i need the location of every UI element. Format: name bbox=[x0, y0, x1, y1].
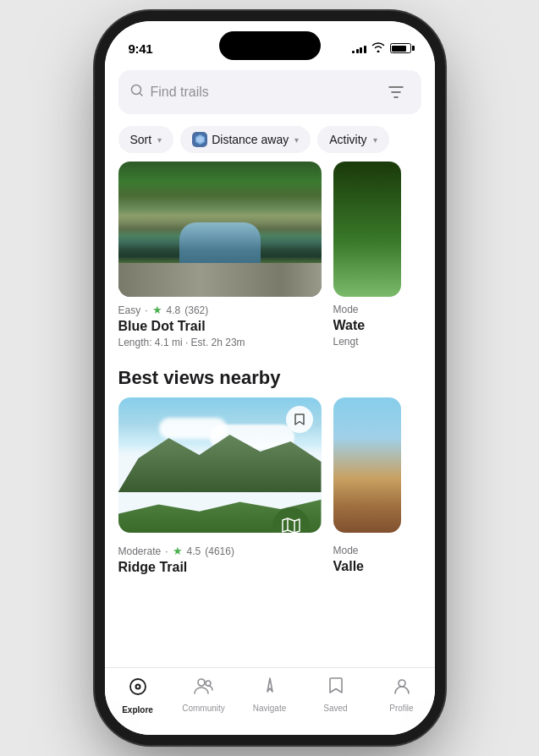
explore-icon bbox=[128, 677, 148, 702]
trail-card-ridge[interactable]: Moderate · ★ 4.5 (4616) Ridge Trail bbox=[118, 397, 322, 581]
rating: 4.8 bbox=[167, 304, 181, 316]
tab-navigate-label: Navigate bbox=[253, 704, 286, 713]
sort-label: Sort bbox=[130, 133, 152, 146]
trail-image-partial-1 bbox=[333, 162, 401, 297]
separator: · bbox=[185, 337, 191, 348]
partial-2-difficulty: Mode bbox=[333, 545, 359, 556]
trail-info-ridge: Moderate · ★ 4.5 (4616) Ridge Trail bbox=[118, 533, 322, 581]
dynamic-island bbox=[219, 31, 321, 60]
sort-arrow-icon: ▾ bbox=[157, 135, 162, 145]
navigate-icon bbox=[261, 677, 279, 700]
trail-details-blue-dot: Length: 4.1 mi · Est. 2h 23m bbox=[118, 337, 322, 348]
activity-arrow-icon: ▾ bbox=[373, 135, 377, 145]
activity-chip[interactable]: Activity ▾ bbox=[317, 126, 388, 153]
signal-bars bbox=[352, 43, 366, 53]
wifi-icon bbox=[371, 42, 385, 55]
star-icon: ★ bbox=[152, 304, 162, 316]
stream-rocks bbox=[118, 263, 322, 297]
tab-community-label: Community bbox=[182, 704, 225, 713]
search-bar[interactable]: Find trails bbox=[118, 70, 421, 114]
trail-image-partial-2 bbox=[333, 397, 401, 533]
star-icon-ridge: ★ bbox=[173, 545, 183, 557]
tab-navigate[interactable]: Navigate bbox=[237, 677, 303, 713]
stream-scene bbox=[118, 162, 322, 297]
distance-arrow-icon: ▾ bbox=[294, 135, 299, 145]
tab-explore-label: Explore bbox=[122, 705, 153, 715]
dot-sep: · bbox=[165, 545, 168, 557]
svg-point-4 bbox=[198, 679, 205, 686]
status-bar: 9:41 bbox=[105, 21, 435, 63]
partial-name-1: Wate bbox=[333, 318, 401, 333]
difficulty-label: Easy bbox=[118, 304, 141, 316]
trail-cards-row-1[interactable]: Easy · ★ 4.8 (362) Blue Dot Trail Length… bbox=[105, 162, 435, 352]
distance-label: Distance away bbox=[212, 133, 289, 146]
distance-chip[interactable]: Distance away ▾ bbox=[180, 126, 311, 153]
filter-button[interactable] bbox=[382, 79, 410, 106]
partial-difficulty: Mode bbox=[333, 304, 359, 315]
trail-name-blue-dot: Blue Dot Trail bbox=[118, 319, 322, 334]
trail-name-ridge: Ridge Trail bbox=[118, 560, 322, 575]
trail-image-blue-dot bbox=[118, 162, 322, 297]
tab-profile[interactable]: Profile bbox=[369, 677, 435, 713]
trail-card-blue-dot[interactable]: Easy · ★ 4.8 (362) Blue Dot Trail Length… bbox=[118, 162, 322, 352]
trail-cards-row-2[interactable]: Moderate · ★ 4.5 (4616) Ridge Trail Mode bbox=[105, 397, 435, 649]
community-icon bbox=[194, 677, 214, 700]
distance-icon bbox=[192, 132, 207, 147]
tab-explore[interactable]: Explore bbox=[105, 677, 171, 715]
partial-name-2: Valle bbox=[333, 559, 401, 574]
status-icons bbox=[352, 42, 411, 55]
tab-saved-label: Saved bbox=[323, 704, 347, 713]
trail-info-blue-dot: Easy · ★ 4.8 (362) Blue Dot Trail Length… bbox=[118, 297, 322, 352]
section-header-best-views: Best views nearby bbox=[105, 352, 435, 397]
partial-details-1: Lengt bbox=[333, 336, 401, 348]
signal-bar-2 bbox=[356, 49, 359, 53]
activity-label: Activity bbox=[329, 133, 366, 146]
trail-info-partial-2: Mode Valle bbox=[333, 533, 401, 580]
ridge-difficulty: Moderate bbox=[118, 545, 162, 557]
svg-point-3 bbox=[136, 686, 139, 688]
tab-bar: Explore Community bbox=[105, 667, 435, 735]
sort-chip[interactable]: Sort ▾ bbox=[118, 126, 174, 153]
trail-image-ridge bbox=[118, 397, 322, 533]
svg-point-6 bbox=[399, 680, 405, 687]
search-icon bbox=[130, 84, 144, 101]
signal-bar-1 bbox=[352, 51, 355, 53]
signal-bar-3 bbox=[360, 47, 362, 53]
tab-saved[interactable]: Saved bbox=[303, 677, 369, 713]
ridge-rating: 4.5 bbox=[187, 545, 201, 557]
battery-icon bbox=[390, 43, 411, 53]
saved-icon bbox=[328, 677, 344, 700]
trail-meta-partial-2: Mode bbox=[333, 545, 401, 556]
battery-fill bbox=[392, 46, 406, 52]
profile-icon bbox=[393, 677, 411, 700]
trail-est: Est. 2h 23m bbox=[191, 337, 245, 348]
svg-point-5 bbox=[206, 681, 211, 686]
trail-meta-blue-dot: Easy · ★ 4.8 (362) bbox=[118, 304, 322, 316]
trail-length: Length: 4.1 mi bbox=[118, 337, 183, 348]
trail-meta-ridge: Moderate · ★ 4.5 (4616) bbox=[118, 545, 322, 557]
ridge-review-count: (4616) bbox=[205, 545, 234, 557]
signal-bar-4 bbox=[364, 46, 366, 53]
tab-community[interactable]: Community bbox=[171, 677, 237, 713]
trail-card-partial-2[interactable]: Mode Valle bbox=[333, 397, 401, 581]
dot-separator: · bbox=[145, 304, 147, 316]
trail-card-partial-1[interactable]: Mode Wate Lengt bbox=[333, 162, 401, 352]
phone-screen: 9:41 bbox=[105, 21, 435, 735]
trail-info-partial-1: Mode Wate Lengt bbox=[333, 297, 401, 351]
search-area: Find trails bbox=[105, 63, 435, 123]
filter-chips: Sort ▾ Distance away ▾ Activity ▾ bbox=[105, 123, 435, 162]
phone-frame: 9:41 bbox=[105, 21, 435, 735]
trail-meta-partial-1: Mode bbox=[333, 304, 401, 315]
tab-profile-label: Profile bbox=[389, 704, 413, 713]
bookmark-button[interactable] bbox=[286, 406, 313, 433]
review-count: (362) bbox=[184, 304, 208, 316]
status-time: 9:41 bbox=[129, 41, 153, 56]
search-placeholder[interactable]: Find trails bbox=[151, 85, 376, 100]
